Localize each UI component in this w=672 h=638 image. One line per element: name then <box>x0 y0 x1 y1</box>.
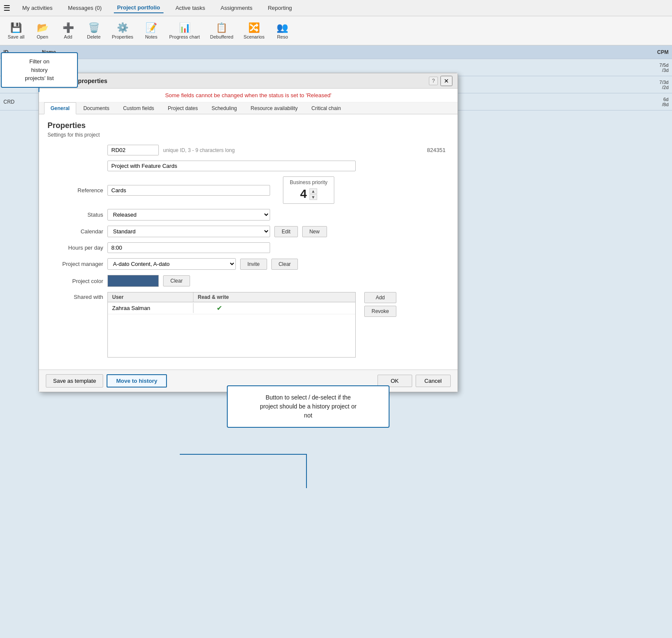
scenarios-icon: 🔀 <box>248 22 260 33</box>
properties-label: Properties <box>112 34 133 39</box>
bg-cell-val3: 6d/8d <box>634 97 669 107</box>
shared-table-row-1: Zahraa Salman ✔ <box>108 302 355 314</box>
dialog-help-button[interactable]: ? <box>429 77 438 85</box>
dialog-body: Properties Settings for this project uni… <box>39 114 458 370</box>
shared-table-header: User Read & write <box>108 292 355 302</box>
id-row: unique ID, 3 - 9 characters long 824351 <box>48 145 449 155</box>
cancel-button[interactable]: Cancel <box>416 375 451 387</box>
invite-button[interactable]: Invite <box>240 259 267 270</box>
open-label: Open <box>37 34 48 39</box>
project-name-input[interactable] <box>107 161 356 171</box>
clear-color-button[interactable]: Clear <box>163 275 190 286</box>
bg-col-name: Name <box>42 49 630 55</box>
business-priority-box: Business priority 4 ▲ ▼ <box>283 176 334 204</box>
status-label: Status <box>48 212 103 218</box>
tab-resource-availability[interactable]: Resource availability <box>244 102 304 114</box>
hours-input[interactable] <box>107 242 270 253</box>
project-color-label: Project color <box>48 278 103 284</box>
progress-chart-label: Progress chart <box>169 34 200 39</box>
add-shared-button[interactable]: Add <box>364 292 396 303</box>
edit-calendar-button[interactable]: Edit <box>274 226 298 237</box>
reso-label: Reso <box>277 34 288 39</box>
toolbar: 💾 Save all 📂 Open ➕ Add 🗑️ Delete ⚙️ Pro… <box>0 16 672 45</box>
nav-reporting[interactable]: Reporting <box>265 3 295 13</box>
reso-icon: 👥 <box>277 22 288 33</box>
filter-history-text: Filter on history projects' list <box>25 58 54 81</box>
col-read-write: Read & write <box>193 292 245 302</box>
debuffered-icon: 📋 <box>216 22 227 33</box>
arrow-h-2 <box>180 454 307 455</box>
project-color-row: Project color Clear <box>48 275 449 287</box>
reference-input[interactable] <box>107 185 270 196</box>
project-manager-row: Project manager A-dato Content, A-dato I… <box>48 258 449 270</box>
bg-col-cpm: CPM <box>634 49 669 55</box>
clear-manager-button[interactable]: Clear <box>271 259 298 270</box>
bg-cell-crd3: CRD <box>3 99 38 105</box>
nav-active-tasks[interactable]: Active tasks <box>172 3 208 13</box>
checkmark-icon: ✔ <box>217 304 222 312</box>
progress-chart-icon: 📊 <box>179 22 190 33</box>
scenarios-button[interactable]: 🔀 Scenarios <box>239 18 269 43</box>
nav-project-portfolio[interactable]: Project portfolio <box>114 3 164 13</box>
tab-critical-chain[interactable]: Critical chain <box>305 102 348 114</box>
dialog-warning: Some fields cannot be changed when the s… <box>39 89 458 102</box>
open-button[interactable]: 📂 Open <box>30 18 54 43</box>
tab-general[interactable]: General <box>44 102 76 114</box>
save-all-button[interactable]: 💾 Save all <box>3 18 29 43</box>
hours-label: Hours per day <box>48 244 103 251</box>
history-button-tooltip: Button to select / de-select if the proj… <box>227 385 390 428</box>
save-all-label: Save all <box>8 34 24 39</box>
add-label: Add <box>64 34 72 39</box>
dialog-title-bar: A Project properties ? ✕ <box>39 73 458 89</box>
status-select[interactable]: Not started In progress Released On hold… <box>107 209 270 221</box>
id-hint: unique ID, 3 - 9 characters long <box>163 147 235 153</box>
properties-button[interactable]: ⚙️ Properties <box>107 18 137 43</box>
shared-user-rw[interactable]: ✔ <box>193 302 245 314</box>
tab-scheduling[interactable]: Scheduling <box>205 102 243 114</box>
debuffered-button[interactable]: 📋 Debuffered <box>206 18 238 43</box>
new-calendar-button[interactable]: New <box>302 226 327 237</box>
add-button[interactable]: ➕ Add <box>56 18 80 43</box>
priority-up-button[interactable]: ▲ <box>309 188 317 194</box>
notes-icon: 📝 <box>146 22 157 33</box>
project-manager-select[interactable]: A-dato Content, A-dato <box>107 258 236 270</box>
dialog-close-button[interactable]: ✕ <box>440 76 452 86</box>
priority-arrows: ▲ ▼ <box>309 188 317 200</box>
bg-header: ID Name CPM <box>0 45 672 59</box>
priority-down-button[interactable]: ▼ <box>309 194 317 200</box>
save-all-icon: 💾 <box>10 22 22 33</box>
arrow-line-2 <box>306 454 307 488</box>
history-button-text: Button to select / de-select if the proj… <box>260 394 357 419</box>
properties-icon: ⚙️ <box>117 22 128 33</box>
footer-left: Save as template Move to history <box>46 374 167 388</box>
id-input[interactable] <box>107 145 159 155</box>
nav-assignments[interactable]: Assignments <box>217 3 256 13</box>
shared-content: User Read & write Zahraa Salman ✔ <box>107 292 356 358</box>
priority-value-row: 4 ▲ ▼ <box>300 187 317 201</box>
tab-custom-fields[interactable]: Custom fields <box>116 102 161 114</box>
move-to-history-button[interactable]: Move to history <box>107 374 167 388</box>
calendar-row: Calendar Standard Edit New <box>48 226 449 237</box>
delete-button[interactable]: 🗑️ Delete <box>82 18 106 43</box>
delete-label: Delete <box>87 34 101 39</box>
calendar-select[interactable]: Standard <box>107 226 270 237</box>
shared-user-name: Zahraa Salman <box>108 303 193 313</box>
hours-per-day-row: Hours per day <box>48 242 449 253</box>
reso-button[interactable]: 👥 Reso <box>271 18 294 43</box>
dialog-tabs: General Documents Custom fields Project … <box>39 102 458 114</box>
color-swatch[interactable] <box>107 275 159 287</box>
priority-label: Business priority <box>290 179 327 185</box>
nav-my-activities[interactable]: My activities <box>19 3 56 13</box>
hamburger-icon[interactable]: ☰ <box>3 3 10 13</box>
shared-with-row: Shared with User Read & write Zahraa Sal… <box>48 292 449 358</box>
revoke-shared-button[interactable]: Revoke <box>364 306 396 317</box>
notes-button[interactable]: 📝 Notes <box>139 18 163 43</box>
shared-actions: Add Revoke <box>364 292 396 317</box>
tab-project-dates[interactable]: Project dates <box>161 102 204 114</box>
project-properties-dialog: A Project properties ? ✕ Some fields can… <box>39 73 458 392</box>
save-as-template-button[interactable]: Save as template <box>46 374 103 388</box>
progress-chart-button[interactable]: 📊 Progress chart <box>165 18 204 43</box>
nav-messages[interactable]: Messages (0) <box>65 3 105 13</box>
tab-documents[interactable]: Documents <box>77 102 116 114</box>
open-icon: 📂 <box>37 22 48 33</box>
